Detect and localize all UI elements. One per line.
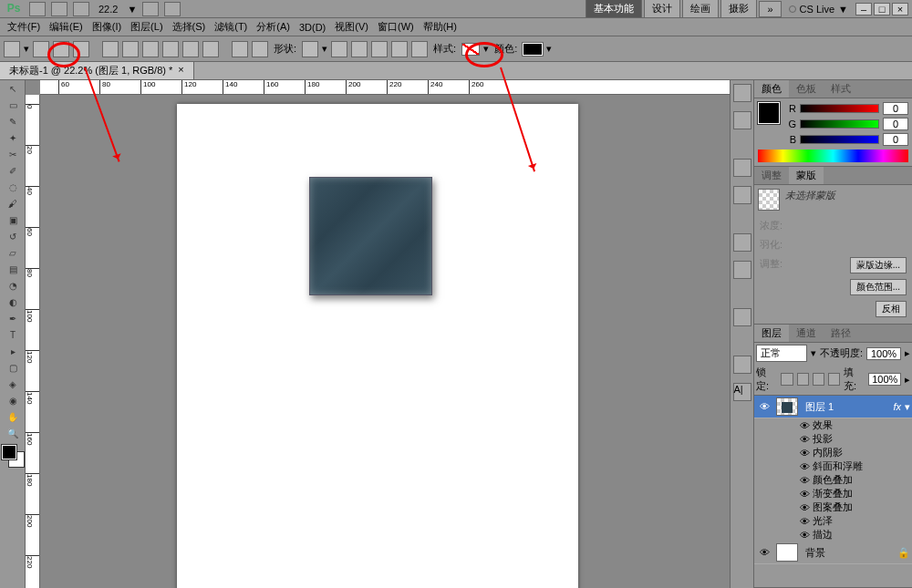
g-slider[interactable] (800, 119, 879, 129)
eraser-tool[interactable]: ▱ (0, 244, 26, 261)
tab-layers[interactable]: 图层 (754, 325, 789, 342)
eyedropper-tool[interactable]: ✐ (0, 162, 26, 179)
path-combine-subtract-icon[interactable] (371, 41, 388, 57)
polygon-shape-icon[interactable] (162, 41, 179, 57)
r-value[interactable]: 0 (883, 102, 908, 115)
minibridge-icon[interactable] (51, 2, 67, 16)
workspace-tab-design[interactable]: 设计 (644, 0, 680, 18)
clone-stamp-tool[interactable]: ▣ (0, 211, 26, 228)
pen-tool[interactable]: ✒ (0, 310, 26, 326)
zoom-tool[interactable]: 🔍 (0, 425, 26, 441)
hand-tool[interactable]: ✋ (0, 408, 26, 425)
g-value[interactable]: 0 (883, 118, 908, 130)
character-panel-icon[interactable] (733, 233, 751, 252)
b-value[interactable]: 0 (883, 133, 908, 146)
drawn-rectangle-shape[interactable] (309, 177, 432, 295)
menu-edit[interactable]: 编辑(E) (46, 18, 87, 36)
fill-value[interactable]: 100% (868, 373, 901, 386)
path-combine-new-icon[interactable] (331, 41, 347, 57)
tab-channels[interactable]: 通道 (789, 325, 824, 342)
mask-edge-button[interactable]: 蒙版边缘... (850, 257, 907, 273)
history-panel-icon[interactable] (733, 84, 751, 102)
freeform-pen-icon[interactable] (252, 41, 268, 57)
b-slider[interactable] (800, 135, 879, 144)
path-select-tool[interactable]: ▸ (0, 343, 26, 359)
color-range-button[interactable]: 颜色范围... (850, 279, 907, 295)
shape-layers-mode-icon[interactable] (33, 41, 49, 57)
bridge-icon[interactable] (29, 2, 46, 16)
effect-drop-shadow[interactable]: 👁投影 (754, 432, 912, 446)
brush-tool[interactable]: 🖌 (0, 195, 26, 211)
path-combine-exclude-icon[interactable] (411, 41, 428, 57)
foreground-color-swatch[interactable] (2, 445, 16, 459)
effect-gradient-overlay[interactable]: 👁渐变叠加 (754, 487, 912, 500)
menu-3d[interactable]: 3D(D) (295, 20, 329, 35)
rectangle-shape-icon[interactable] (102, 41, 119, 57)
workspace-tab-essentials[interactable]: 基本功能 (586, 0, 642, 18)
ellipse-shape-icon[interactable] (142, 41, 159, 57)
effect-inner-shadow[interactable]: 👁内阴影 (754, 446, 912, 459)
layer-thumbnail[interactable] (776, 397, 798, 416)
effect-satin[interactable]: 👁光泽 (754, 514, 912, 528)
lock-transparency-icon[interactable] (781, 373, 793, 386)
healing-brush-tool[interactable]: ◌ (0, 179, 26, 195)
invert-button[interactable]: 反相 (876, 301, 907, 317)
close-window-button[interactable]: × (892, 3, 908, 15)
visibility-toggle-icon[interactable]: 👁 (756, 547, 772, 558)
menu-filter[interactable]: 滤镜(T) (211, 18, 251, 36)
move-tool[interactable]: ↖ (0, 80, 26, 97)
actions-panel-icon[interactable] (733, 111, 751, 129)
ruler-horizontal[interactable]: 60 80 100 120 140 160 180 200 220 240 26… (40, 80, 730, 95)
lock-position-icon[interactable] (813, 373, 824, 386)
color-spectrum[interactable] (758, 150, 908, 162)
fill-pixels-mode-icon[interactable] (73, 41, 89, 57)
tab-styles[interactable]: 样式 (824, 80, 858, 98)
arrange-icon[interactable] (142, 2, 159, 16)
view-extras-icon[interactable] (73, 2, 89, 16)
document-tab-close-icon[interactable]: × (178, 64, 183, 77)
lock-all-icon[interactable] (828, 373, 840, 386)
menu-select[interactable]: 选择(S) (169, 18, 210, 36)
minimize-button[interactable]: – (855, 3, 872, 15)
lasso-tool[interactable]: ✎ (0, 113, 26, 129)
style-none-swatch[interactable] (461, 43, 480, 56)
layer-thumbnail[interactable] (776, 543, 798, 562)
blur-tool[interactable]: ◔ (0, 277, 26, 294)
gradient-tool[interactable]: ▤ (0, 261, 26, 277)
custom-shape-icon[interactable] (202, 41, 219, 57)
pen-tool-icon[interactable] (232, 41, 248, 57)
maximize-button[interactable]: □ (874, 3, 890, 15)
dodge-tool[interactable]: ◐ (0, 294, 26, 310)
line-shape-icon[interactable] (182, 41, 199, 57)
fx-badge[interactable]: fx (889, 401, 905, 412)
menu-layer[interactable]: 图层(L) (127, 18, 166, 36)
path-combine-add-icon[interactable] (351, 41, 368, 57)
ruler-vertical[interactable]: 0 20 40 60 80 100 120 140 160 180 200 22… (26, 95, 40, 588)
layer-row-layer1[interactable]: 👁 图层 1 fx▾ (754, 396, 912, 418)
menu-file[interactable]: 文件(F) (4, 18, 44, 36)
screen-mode-icon[interactable] (164, 2, 181, 16)
cs-live-button[interactable]: CS Live▼ (789, 4, 848, 15)
tab-mask[interactable]: 蒙版 (789, 167, 824, 184)
tab-adjustments[interactable]: 调整 (754, 167, 789, 184)
shape-tool[interactable]: ▢ (0, 359, 26, 376)
document-tab[interactable]: 未标题-1 @ 22.2% (图层 1, RGB/8) * × (0, 62, 194, 79)
quick-select-tool[interactable]: ✦ (0, 129, 26, 146)
menu-image[interactable]: 图像(I) (88, 18, 125, 36)
menu-analysis[interactable]: 分析(A) (253, 18, 294, 36)
type-tool[interactable]: T (0, 326, 26, 343)
r-slider[interactable] (800, 104, 879, 113)
tab-color[interactable]: 颜色 (754, 80, 789, 98)
3d-tool[interactable]: ◈ (0, 376, 26, 392)
menu-help[interactable]: 帮助(H) (420, 18, 461, 36)
effect-bevel-emboss[interactable]: 👁斜面和浮雕 (754, 459, 912, 473)
lock-pixels-icon[interactable] (797, 373, 809, 386)
history-brush-tool[interactable]: ↺ (0, 228, 26, 244)
workspace-more[interactable]: » (759, 1, 781, 17)
color-panel-swatch[interactable] (758, 102, 780, 124)
zoom-value[interactable]: 22.2 (95, 4, 121, 15)
clone-source-panel-icon[interactable] (733, 186, 751, 204)
paths-mode-icon[interactable] (53, 41, 69, 57)
info-panel-icon[interactable] (733, 356, 751, 374)
effect-color-overlay[interactable]: 👁颜色叠加 (754, 473, 912, 487)
